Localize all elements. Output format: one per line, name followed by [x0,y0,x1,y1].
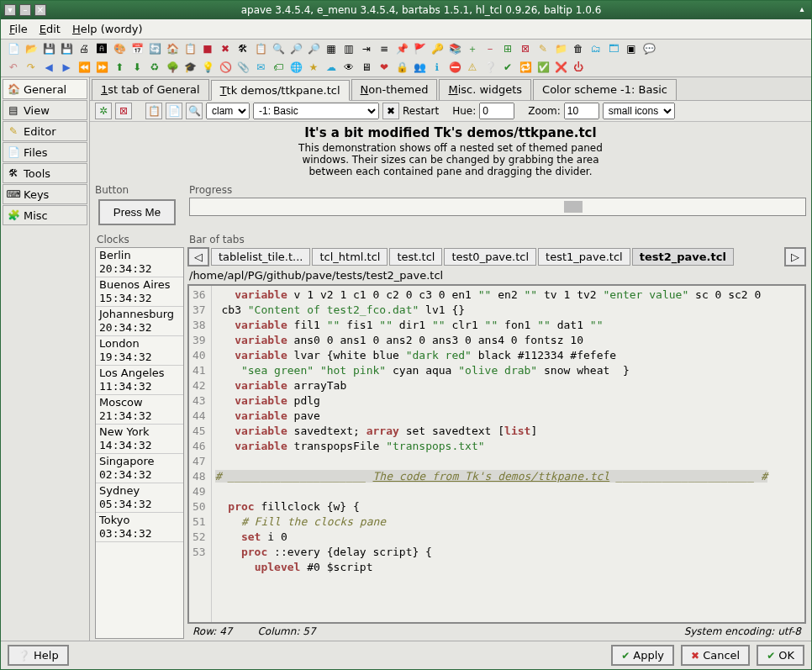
edit-icon[interactable]: ✎ [535,41,551,56]
hue-input[interactable] [479,103,514,119]
power-icon[interactable]: ⏻ [571,60,586,75]
help-button[interactable]: ❔Help [8,645,69,666]
apply-button[interactable]: ✔Apply [611,645,674,666]
grid-icon[interactable]: ▦ [324,41,339,56]
window-decor-up-icon[interactable]: ▴ [796,4,808,16]
tool-search-icon[interactable]: 🔍 [186,103,203,119]
save-icon[interactable]: 💾 [41,41,56,56]
close-box-icon[interactable]: ⊠ [518,41,533,56]
tools-icon[interactable]: 🛠 [235,41,250,56]
up-icon[interactable]: ⬆ [112,60,127,75]
theme-select[interactable]: clam [206,103,250,119]
zoom-in-icon[interactable]: 🔎 [288,41,303,56]
sidebar-item-view[interactable]: ▤View [3,100,87,120]
sidebar-item-tools[interactable]: 🛠Tools [3,163,87,183]
hat-icon[interactable]: 🎓 [182,60,198,75]
sidebar-item-misc[interactable]: 🧩Misc [3,205,87,225]
terminal-icon[interactable]: ▣ [624,41,639,56]
tool-expand-icon[interactable]: ✲ [95,103,112,119]
sidebar-item-editor[interactable]: ✎Editor [3,121,87,141]
redo-icon[interactable]: ↷ [24,60,39,75]
info-icon[interactable]: ℹ [430,60,445,75]
close-red-icon[interactable]: ❌ [553,60,568,75]
back-icon[interactable]: ◀ [41,60,56,75]
list-icon[interactable]: ≡ [377,41,392,56]
tool-paste-icon[interactable]: 📄 [166,103,182,119]
app-icon[interactable]: 🗔 [606,41,621,56]
code-text[interactable]: variable v 1 v2 1 c1 0 c2 0 c3 0 en1 "" … [212,286,804,622]
menu-edit[interactable]: Edit [40,23,61,35]
key-icon[interactable]: 🔑 [430,41,445,56]
fastfwd-icon[interactable]: ⏩ [94,60,109,75]
iconset-select[interactable]: small icons [603,103,675,119]
people-icon[interactable]: 👥 [412,60,427,75]
reload-icon[interactable]: 🔁 [518,60,533,75]
tab-color-scheme[interactable]: Color scheme -1: Basic [533,79,677,100]
warn-icon[interactable]: ⚠ [465,60,480,75]
ok-button[interactable]: ✔OK [757,645,804,666]
no-entry-icon[interactable]: ⛔ [447,60,462,75]
heart-icon[interactable]: ❤ [377,60,392,75]
home-icon[interactable]: 🏠 [165,41,180,56]
press-me-button[interactable]: Press Me [98,199,176,225]
zoom-out-icon[interactable]: 🔎 [306,41,321,56]
restart-label[interactable]: Restart [403,105,439,117]
exit-icon[interactable]: ✖ [218,41,233,56]
tool-close-icon[interactable]: ⊠ [115,103,132,119]
close-button[interactable]: × [34,4,46,16]
stop-icon[interactable]: ■ [200,41,215,56]
nope-icon[interactable]: 🚫 [218,60,233,75]
bar-tab[interactable]: test.tcl [389,248,442,266]
date-icon[interactable]: 📅 [129,41,145,56]
new-file-icon[interactable]: 📄 [6,41,21,56]
tab-misc-widgets[interactable]: Misc. widgets [439,79,531,100]
save-as-icon[interactable]: 💾 [59,41,74,56]
bar-tab[interactable]: tcl_html.tcl [312,248,388,266]
folder-icon[interactable]: 📁 [553,41,568,56]
tag-icon[interactable]: 🏷 [271,60,286,75]
columns-icon[interactable]: ▥ [341,41,356,56]
flag-icon[interactable]: 🚩 [412,41,427,56]
menu-help[interactable]: Help (wordy) [72,23,143,35]
tool-copy-icon[interactable]: 📋 [145,103,162,119]
tab-ttkpane[interactable]: Ttk demos/ttkpane.tcl [211,80,350,101]
sidebar-item-keys[interactable]: ⌨Keys [3,184,87,204]
bar-tab[interactable]: test0_pave.tcl [444,248,536,266]
stack-icon[interactable]: 🗂 [588,41,604,56]
ok-circle-icon[interactable]: ✔ [500,60,515,75]
chat-icon[interactable]: 💬 [641,41,656,56]
window-menu-button[interactable]: ▾ [4,4,16,16]
bulb-icon[interactable]: 💡 [200,60,215,75]
minimize-button[interactable]: – [19,4,31,16]
font-icon[interactable]: 🅰 [94,41,109,56]
add-box-icon[interactable]: ⊞ [500,41,515,56]
indent-icon[interactable]: ⇥ [359,41,374,56]
help-icon[interactable]: ❔ [482,60,498,75]
check-icon[interactable]: ✅ [535,60,551,75]
rewind-icon[interactable]: ⏪ [76,60,92,75]
recycle-icon[interactable]: ♻ [147,60,162,75]
tab-general[interactable]: 1st tab of General [92,79,209,100]
bar-tab[interactable]: test1_pave.tcl [538,248,630,266]
copy-icon[interactable]: 📋 [253,41,268,56]
down-icon[interactable]: ⬇ [129,60,145,75]
open-folder-icon[interactable]: 📂 [24,41,39,56]
palette-icon[interactable]: 🎨 [112,41,127,56]
mail-icon[interactable]: ✉ [253,60,268,75]
books-icon[interactable]: 📚 [447,41,462,56]
globe-icon[interactable]: 🌐 [288,60,303,75]
tree-icon[interactable]: 🌳 [165,60,180,75]
view-icon[interactable]: 👁 [341,60,356,75]
paste-icon[interactable]: 📋 [182,41,198,56]
cancel-button[interactable]: ✖Cancel [681,645,750,666]
cloud-icon[interactable]: ☁ [324,60,339,75]
print-icon[interactable]: 🖨 [76,41,92,56]
sidebar-item-files[interactable]: 📄Files [3,142,87,162]
pin-icon[interactable]: 📌 [394,41,409,56]
tab-non-themed[interactable]: Non-themed [351,79,438,100]
code-editor[interactable]: 363738394041424344454647484950515253 var… [187,284,806,624]
zoom-input[interactable] [564,103,599,119]
star-icon[interactable]: ★ [306,60,321,75]
remove-icon[interactable]: － [482,41,498,56]
scheme-select[interactable]: -1: Basic [253,103,379,119]
